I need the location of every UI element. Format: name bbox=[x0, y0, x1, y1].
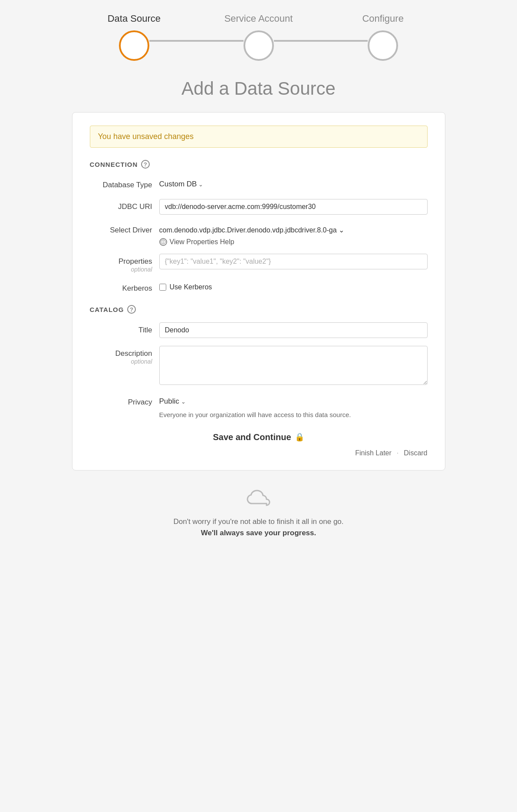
step-circle-data-source[interactable] bbox=[119, 30, 149, 61]
privacy-value: Public bbox=[159, 397, 179, 406]
catalog-help-icon[interactable]: ? bbox=[127, 305, 136, 314]
links-separator: · bbox=[397, 449, 398, 457]
properties-label: Properties optional bbox=[90, 254, 159, 273]
select-driver-content: com.denodo.vdp.jdbc.Driver.denodo.vdp.jd… bbox=[159, 222, 428, 246]
description-row: Description optional bbox=[90, 346, 428, 387]
footer-bold-text: We'll always save your progress. bbox=[173, 529, 343, 537]
database-type-dropdown[interactable]: Custom DB ⌄ bbox=[159, 177, 204, 191]
stepper: Data Source Service Account Configure bbox=[72, 13, 445, 61]
step-circle-service-account[interactable] bbox=[244, 30, 274, 61]
form-card: You have unsaved changes CONNECTION ? Da… bbox=[72, 112, 445, 471]
connection-help-icon[interactable]: ? bbox=[141, 160, 150, 169]
connection-section-heading: CONNECTION ? bbox=[90, 160, 428, 169]
database-type-value: Custom DB bbox=[159, 180, 197, 189]
kerberos-label: Kerberos bbox=[90, 281, 159, 293]
jdbc-uri-input[interactable] bbox=[159, 199, 428, 215]
save-continue-button[interactable]: Save and Continue 🔒 bbox=[213, 432, 304, 442]
jdbc-uri-content bbox=[159, 199, 428, 215]
catalog-section-heading: CATALOG ? bbox=[90, 305, 428, 314]
cloud-icon bbox=[173, 488, 343, 512]
privacy-row: Privacy Public ⌄ Everyone in your organi… bbox=[90, 394, 428, 420]
select-driver-row: Select Driver com.denodo.vdp.jdbc.Driver… bbox=[90, 222, 428, 246]
properties-help-info-icon: ⓘ bbox=[159, 238, 167, 246]
catalog-title-label: Title bbox=[90, 322, 159, 335]
database-type-label: Database Type bbox=[90, 177, 159, 189]
properties-input[interactable] bbox=[159, 254, 428, 269]
footer: Don't worry if you're not able to finish… bbox=[173, 488, 343, 537]
discard-link[interactable]: Discard bbox=[404, 449, 427, 457]
database-type-chevron-icon: ⌄ bbox=[198, 181, 203, 188]
step-label-data-source: Data Source bbox=[108, 13, 161, 24]
properties-row: Properties optional bbox=[90, 254, 428, 273]
connection-heading-text: CONNECTION bbox=[90, 161, 138, 168]
unsaved-changes-banner: You have unsaved changes bbox=[90, 126, 428, 148]
properties-content bbox=[159, 254, 428, 269]
driver-text: com.denodo.vdp.jdbc.Driver.denodo.vdp.jd… bbox=[159, 222, 428, 235]
privacy-chevron-icon: ⌄ bbox=[181, 398, 186, 405]
description-textarea[interactable] bbox=[159, 346, 428, 385]
properties-label-text: Properties bbox=[119, 257, 152, 265]
description-content bbox=[159, 346, 428, 387]
unsaved-changes-text: You have unsaved changes bbox=[98, 132, 194, 141]
privacy-info-text: Everyone in your organization will have … bbox=[159, 410, 428, 420]
catalog-title-input[interactable] bbox=[159, 322, 428, 338]
step-circle-configure[interactable] bbox=[368, 30, 398, 61]
save-continue-label: Save and Continue bbox=[213, 432, 291, 442]
description-label-text: Description bbox=[115, 349, 152, 358]
kerberos-content: Use Kerberos bbox=[159, 281, 428, 291]
view-properties-help-link[interactable]: ⓘ View Properties Help bbox=[159, 238, 428, 246]
privacy-label: Privacy bbox=[90, 394, 159, 407]
kerberos-checkbox-row: Use Kerberos bbox=[159, 281, 428, 291]
description-optional-text: optional bbox=[90, 358, 152, 365]
jdbc-uri-label: JDBC URI bbox=[90, 199, 159, 211]
finish-later-link[interactable]: Finish Later bbox=[355, 449, 392, 457]
catalog-heading-text: CATALOG bbox=[90, 306, 124, 313]
privacy-content: Public ⌄ Everyone in your organization w… bbox=[159, 394, 428, 420]
step-configure: Configure bbox=[321, 13, 445, 61]
step-service-account: Service Account bbox=[196, 13, 321, 61]
step-data-source: Data Source bbox=[72, 13, 197, 61]
database-type-row: Database Type Custom DB ⌄ bbox=[90, 177, 428, 191]
driver-value: com.denodo.vdp.jdbc.Driver.denodo.vdp.jd… bbox=[159, 226, 337, 234]
database-type-content: Custom DB ⌄ bbox=[159, 177, 428, 191]
save-btn-row: Save and Continue 🔒 bbox=[90, 432, 428, 442]
step-label-service-account: Service Account bbox=[224, 13, 293, 24]
title-content bbox=[159, 322, 428, 338]
step-label-configure: Configure bbox=[362, 13, 403, 24]
view-properties-help-text: View Properties Help bbox=[170, 238, 234, 246]
lock-icon: 🔒 bbox=[295, 432, 304, 442]
kerberos-checkbox[interactable] bbox=[159, 284, 166, 291]
jdbc-uri-row: JDBC URI bbox=[90, 199, 428, 215]
title-row: Title bbox=[90, 322, 428, 338]
bottom-links: Finish Later · Discard bbox=[90, 449, 428, 457]
description-label: Description optional bbox=[90, 346, 159, 365]
kerberos-row: Kerberos Use Kerberos bbox=[90, 281, 428, 293]
properties-optional-text: optional bbox=[90, 266, 152, 273]
select-driver-label: Select Driver bbox=[90, 222, 159, 235]
footer-text: Don't worry if you're not able to finish… bbox=[173, 517, 343, 526]
privacy-dropdown[interactable]: Public ⌄ bbox=[159, 394, 186, 408]
kerberos-checkbox-label[interactable]: Use Kerberos bbox=[170, 283, 212, 291]
driver-chevron-icon: ⌄ bbox=[339, 226, 344, 234]
page-title: Add a Data Source bbox=[181, 78, 336, 99]
